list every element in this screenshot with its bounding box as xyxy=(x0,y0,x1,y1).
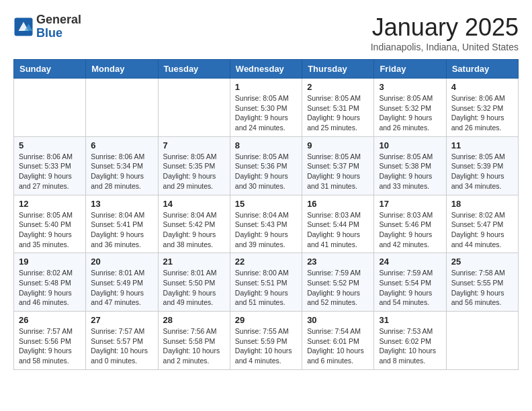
calendar-cell: 20Sunrise: 8:01 AMSunset: 5:49 PMDayligh… xyxy=(86,253,158,312)
calendar-cell: 16Sunrise: 8:03 AMSunset: 5:44 PMDayligh… xyxy=(302,195,374,253)
location: Indianapolis, Indiana, United States xyxy=(371,42,519,52)
day-number: 11 xyxy=(451,140,513,150)
calendar-cell: 19Sunrise: 8:02 AMSunset: 5:48 PMDayligh… xyxy=(14,253,86,312)
calendar-cell: 2Sunrise: 8:05 AMSunset: 5:31 PMDaylight… xyxy=(302,79,374,137)
day-number: 25 xyxy=(451,257,513,267)
calendar-cell: 22Sunrise: 8:00 AMSunset: 5:51 PMDayligh… xyxy=(230,253,302,312)
calendar-cell: 14Sunrise: 8:04 AMSunset: 5:42 PMDayligh… xyxy=(158,195,230,253)
logo-icon xyxy=(13,17,34,37)
calendar-cell: 25Sunrise: 7:58 AMSunset: 5:55 PMDayligh… xyxy=(446,253,518,312)
calendar-cell: 13Sunrise: 8:04 AMSunset: 5:41 PMDayligh… xyxy=(86,195,158,253)
weekday-header-saturday: Saturday xyxy=(446,60,518,79)
calendar-cell: 5Sunrise: 8:06 AMSunset: 5:33 PMDaylight… xyxy=(14,136,86,195)
day-info: Sunrise: 7:55 AMSunset: 5:59 PMDaylight:… xyxy=(235,326,297,366)
week-row-1: 1Sunrise: 8:05 AMSunset: 5:30 PMDaylight… xyxy=(14,79,519,137)
calendar-cell: 15Sunrise: 8:04 AMSunset: 5:43 PMDayligh… xyxy=(230,195,302,253)
week-row-3: 12Sunrise: 8:05 AMSunset: 5:40 PMDayligh… xyxy=(14,195,519,253)
weekday-header-monday: Monday xyxy=(86,60,158,79)
day-info: Sunrise: 8:05 AMSunset: 5:39 PMDaylight:… xyxy=(451,152,513,191)
day-info: Sunrise: 8:04 AMSunset: 5:41 PMDaylight:… xyxy=(91,210,152,250)
day-info: Sunrise: 8:06 AMSunset: 5:32 PMDaylight:… xyxy=(451,93,513,133)
day-number: 17 xyxy=(379,199,441,209)
day-number: 7 xyxy=(163,140,225,150)
calendar-cell: 27Sunrise: 7:57 AMSunset: 5:57 PMDayligh… xyxy=(86,312,158,370)
calendar-cell: 6Sunrise: 8:06 AMSunset: 5:34 PMDaylight… xyxy=(86,136,158,195)
day-info: Sunrise: 7:54 AMSunset: 6:01 PMDaylight:… xyxy=(307,326,369,366)
calendar-cell: 31Sunrise: 7:53 AMSunset: 6:02 PMDayligh… xyxy=(374,312,446,370)
day-number: 22 xyxy=(235,257,297,267)
calendar-cell: 23Sunrise: 7:59 AMSunset: 5:52 PMDayligh… xyxy=(302,253,374,312)
day-number: 21 xyxy=(163,257,225,267)
logo: General Blue xyxy=(13,13,81,40)
day-info: Sunrise: 7:58 AMSunset: 5:55 PMDaylight:… xyxy=(451,268,513,308)
day-number: 29 xyxy=(235,315,297,325)
calendar: SundayMondayTuesdayWednesdayThursdayFrid… xyxy=(13,59,519,370)
day-number: 9 xyxy=(307,140,369,150)
weekday-header-row: SundayMondayTuesdayWednesdayThursdayFrid… xyxy=(14,60,519,79)
calendar-cell: 21Sunrise: 8:01 AMSunset: 5:50 PMDayligh… xyxy=(158,253,230,312)
logo-general: General xyxy=(36,13,81,27)
day-number: 13 xyxy=(91,199,152,209)
weekday-header-sunday: Sunday xyxy=(14,60,86,79)
day-number: 28 xyxy=(163,315,225,325)
calendar-cell: 24Sunrise: 7:59 AMSunset: 5:54 PMDayligh… xyxy=(374,253,446,312)
weekday-header-thursday: Thursday xyxy=(302,60,374,79)
day-info: Sunrise: 8:05 AMSunset: 5:36 PMDaylight:… xyxy=(235,152,297,191)
day-number: 1 xyxy=(235,82,297,92)
day-number: 4 xyxy=(451,82,513,92)
day-number: 14 xyxy=(163,199,225,209)
day-number: 24 xyxy=(379,257,441,267)
day-info: Sunrise: 7:59 AMSunset: 5:54 PMDaylight:… xyxy=(379,268,441,308)
calendar-cell: 17Sunrise: 8:03 AMSunset: 5:46 PMDayligh… xyxy=(374,195,446,253)
day-info: Sunrise: 8:05 AMSunset: 5:31 PMDaylight:… xyxy=(307,93,369,133)
calendar-cell: 26Sunrise: 7:57 AMSunset: 5:56 PMDayligh… xyxy=(14,312,86,370)
calendar-cell: 11Sunrise: 8:05 AMSunset: 5:39 PMDayligh… xyxy=(446,136,518,195)
day-number: 10 xyxy=(379,140,441,150)
day-info: Sunrise: 8:01 AMSunset: 5:49 PMDaylight:… xyxy=(91,268,152,308)
week-row-2: 5Sunrise: 8:06 AMSunset: 5:33 PMDaylight… xyxy=(14,136,519,195)
day-number: 16 xyxy=(307,199,369,209)
calendar-cell: 18Sunrise: 8:02 AMSunset: 5:47 PMDayligh… xyxy=(446,195,518,253)
day-info: Sunrise: 7:57 AMSunset: 5:57 PMDaylight:… xyxy=(91,326,152,366)
day-info: Sunrise: 7:56 AMSunset: 5:58 PMDaylight:… xyxy=(163,326,225,366)
day-number: 19 xyxy=(19,257,81,267)
calendar-cell: 29Sunrise: 7:55 AMSunset: 5:59 PMDayligh… xyxy=(230,312,302,370)
day-info: Sunrise: 7:53 AMSunset: 6:02 PMDaylight:… xyxy=(379,326,441,366)
day-number: 3 xyxy=(379,82,441,92)
calendar-cell: 10Sunrise: 8:05 AMSunset: 5:38 PMDayligh… xyxy=(374,136,446,195)
calendar-cell: 30Sunrise: 7:54 AMSunset: 6:01 PMDayligh… xyxy=(302,312,374,370)
day-info: Sunrise: 8:04 AMSunset: 5:43 PMDaylight:… xyxy=(235,210,297,250)
week-row-4: 19Sunrise: 8:02 AMSunset: 5:48 PMDayligh… xyxy=(14,253,519,312)
calendar-cell: 4Sunrise: 8:06 AMSunset: 5:32 PMDaylight… xyxy=(446,79,518,137)
day-info: Sunrise: 8:03 AMSunset: 5:44 PMDaylight:… xyxy=(307,210,369,250)
day-info: Sunrise: 8:06 AMSunset: 5:33 PMDaylight:… xyxy=(19,152,81,191)
calendar-cell: 3Sunrise: 8:05 AMSunset: 5:32 PMDaylight… xyxy=(374,79,446,137)
day-number: 2 xyxy=(307,82,369,92)
day-info: Sunrise: 8:05 AMSunset: 5:30 PMDaylight:… xyxy=(235,93,297,133)
day-number: 26 xyxy=(19,315,81,325)
day-number: 31 xyxy=(379,315,441,325)
calendar-cell xyxy=(158,79,230,137)
calendar-cell: 12Sunrise: 8:05 AMSunset: 5:40 PMDayligh… xyxy=(14,195,86,253)
day-info: Sunrise: 7:59 AMSunset: 5:52 PMDaylight:… xyxy=(307,268,369,308)
day-info: Sunrise: 8:01 AMSunset: 5:50 PMDaylight:… xyxy=(163,268,225,308)
calendar-cell: 28Sunrise: 7:56 AMSunset: 5:58 PMDayligh… xyxy=(158,312,230,370)
day-number: 30 xyxy=(307,315,369,325)
page-header: General Blue January 2025 Indianapolis, … xyxy=(13,13,519,52)
week-row-5: 26Sunrise: 7:57 AMSunset: 5:56 PMDayligh… xyxy=(14,312,519,370)
calendar-cell: 9Sunrise: 8:05 AMSunset: 5:37 PMDaylight… xyxy=(302,136,374,195)
calendar-cell xyxy=(14,79,86,137)
day-number: 12 xyxy=(19,199,81,209)
day-info: Sunrise: 8:05 AMSunset: 5:38 PMDaylight:… xyxy=(379,152,441,191)
day-info: Sunrise: 8:02 AMSunset: 5:48 PMDaylight:… xyxy=(19,268,81,308)
day-number: 20 xyxy=(91,257,152,267)
day-number: 15 xyxy=(235,199,297,209)
day-info: Sunrise: 8:04 AMSunset: 5:42 PMDaylight:… xyxy=(163,210,225,250)
day-info: Sunrise: 8:06 AMSunset: 5:34 PMDaylight:… xyxy=(91,152,152,191)
day-info: Sunrise: 7:57 AMSunset: 5:56 PMDaylight:… xyxy=(19,326,81,366)
day-number: 18 xyxy=(451,199,513,209)
title-block: January 2025 Indianapolis, Indiana, Unit… xyxy=(371,13,519,52)
calendar-cell: 7Sunrise: 8:05 AMSunset: 5:35 PMDaylight… xyxy=(158,136,230,195)
weekday-header-friday: Friday xyxy=(374,60,446,79)
day-info: Sunrise: 8:05 AMSunset: 5:40 PMDaylight:… xyxy=(19,210,81,250)
